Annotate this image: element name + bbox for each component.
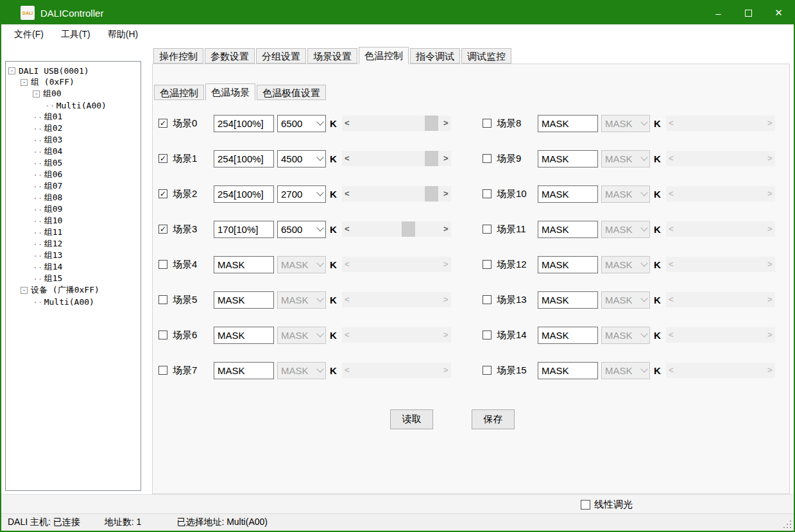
scene-level-input[interactable] [538,362,598,379]
scroll-left-icon[interactable]: < [342,221,352,237]
scene-cct-combo[interactable]: MASK [601,362,650,379]
scrollbar-track[interactable] [676,186,765,202]
scene-cct-combo[interactable]: MASK [601,291,650,309]
scene-checkbox[interactable] [158,295,167,304]
scroll-right-icon[interactable]: > [441,221,451,237]
scrollbar-track[interactable] [676,363,765,378]
scrollbar-track[interactable] [352,327,441,343]
scene-scrollbar[interactable]: < > [342,116,451,131]
scene-level-input[interactable] [214,256,274,273]
scene-level-input[interactable] [214,115,274,132]
scene-checkbox[interactable] [158,330,167,339]
scene-cct-combo[interactable]: MASK [601,150,650,167]
scene-scrollbar[interactable]: < > [666,292,775,307]
subtab-cct-scene[interactable]: 色温场景 [205,83,255,101]
tree-item[interactable]: ··组09 [6,203,141,215]
tree-item[interactable]: ··组06 [6,169,141,180]
scroll-left-icon[interactable]: < [666,151,676,166]
scene-scrollbar[interactable]: < > [342,257,451,272]
scene-scrollbar[interactable]: < > [342,327,451,343]
scroll-right-icon[interactable]: > [765,221,775,237]
scene-cct-combo[interactable]: MASK [277,362,326,379]
scroll-right-icon[interactable]: > [765,327,775,343]
scene-scrollbar[interactable]: < > [666,257,775,272]
tab-operation-control[interactable]: 操作控制 [153,48,203,64]
scene-scrollbar[interactable]: < > [342,363,451,378]
scene-scrollbar[interactable]: < > [342,186,451,202]
scroll-right-icon[interactable]: > [765,151,775,166]
scroll-right-icon[interactable]: > [765,257,775,272]
tree-item[interactable]: ··组13 [6,250,141,261]
resize-grip-icon[interactable] [783,520,791,528]
scene-cct-combo[interactable]: MASK [601,185,650,203]
tree-item[interactable]: ··组03 [6,134,141,146]
scene-level-input[interactable] [214,327,274,344]
tab-color-temperature-control[interactable]: 色温控制 [359,47,409,64]
scroll-left-icon[interactable]: < [342,116,352,131]
scroll-left-icon[interactable]: < [666,186,676,202]
tab-parameter-settings[interactable]: 参数设置 [205,48,255,64]
tree-item[interactable]: ··Multi(A00) [6,296,141,307]
tree-item[interactable]: ··组04 [6,146,141,157]
scene-checkbox[interactable] [483,154,492,163]
scene-checkbox[interactable]: ✓ [158,119,167,128]
scene-level-input[interactable] [214,291,274,309]
linear-dimming-option[interactable]: 线性调光 [581,499,633,511]
tree-item[interactable]: ··Multi(A00) [6,99,141,111]
scrollbar-track[interactable] [676,327,765,343]
scene-scrollbar[interactable]: < > [342,151,451,166]
scroll-left-icon[interactable]: < [666,363,676,378]
linear-dimming-checkbox[interactable] [581,500,590,510]
scrollbar-track[interactable] [352,363,441,378]
tree-item[interactable]: ··组01 [6,111,141,123]
scrollbar-track[interactable] [676,257,765,272]
scroll-left-icon[interactable]: < [342,257,352,272]
tree-expander-icon[interactable]: - [33,90,40,98]
scrollbar-track[interactable] [352,186,441,202]
tree-item[interactable]: -设备 (广播0xFF) [6,284,141,296]
scene-scrollbar[interactable]: < > [342,292,451,307]
scene-level-input[interactable] [538,150,598,167]
scroll-right-icon[interactable]: > [441,186,451,202]
scene-checkbox[interactable] [483,330,492,339]
scene-scrollbar[interactable]: < > [666,221,775,237]
tree-expander-icon[interactable]: - [8,67,15,74]
scroll-right-icon[interactable]: > [441,363,451,378]
tree-item[interactable]: ··组02 [6,123,141,134]
scene-scrollbar[interactable]: < > [666,363,775,378]
tab-debug-monitor[interactable]: 调试监控 [461,48,511,64]
menu-tools[interactable]: 工具(T) [61,29,90,40]
scene-level-input[interactable] [214,150,274,167]
scene-checkbox[interactable] [483,119,492,128]
scene-level-input[interactable] [214,362,274,379]
scene-checkbox[interactable] [158,366,167,375]
scene-scrollbar[interactable]: < > [666,186,775,202]
tree-expander-icon[interactable]: - [21,287,28,294]
scrollbar-track[interactable] [352,221,441,237]
scrollbar-track[interactable] [676,221,765,237]
scene-checkbox[interactable] [483,260,492,269]
scrollbar-thumb[interactable] [402,221,415,237]
scrollbar-track[interactable] [352,257,441,272]
scrollbar-thumb[interactable] [425,151,438,166]
scene-cct-combo[interactable]: MASK [277,327,326,344]
scroll-right-icon[interactable]: > [765,363,775,378]
tree-expander-icon[interactable]: - [21,79,28,86]
scrollbar-thumb[interactable] [425,186,438,202]
scene-scrollbar[interactable]: < > [342,221,451,237]
scene-checkbox[interactable] [483,366,492,375]
scroll-right-icon[interactable]: > [441,292,451,307]
scene-cct-combo[interactable]: MASK [277,291,326,309]
scene-checkbox[interactable]: ✓ [158,225,167,234]
subtab-cct-control[interactable]: 色温控制 [154,85,204,100]
scrollbar-track[interactable] [352,292,441,307]
scene-checkbox[interactable] [158,260,167,269]
scroll-left-icon[interactable]: < [666,327,676,343]
scene-cct-combo[interactable]: MASK [601,115,650,132]
scene-cct-combo[interactable]: MASK [601,221,650,238]
scene-level-input[interactable] [538,327,598,344]
tab-scene-settings[interactable]: 场景设置 [307,48,357,64]
scrollbar-track[interactable] [676,292,765,307]
scene-level-input[interactable] [538,221,598,238]
scrollbar-track[interactable] [352,151,441,166]
